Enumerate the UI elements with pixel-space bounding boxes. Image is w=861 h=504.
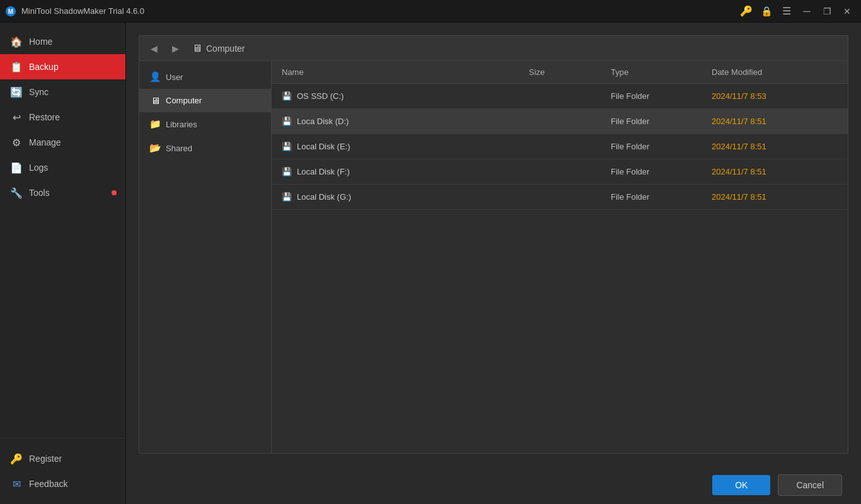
sidebar-label-backup: Backup [29,62,59,72]
row-date: 2024/11/7 8:53 [712,91,838,101]
sidebar-item-logs[interactable]: 📄 Logs [0,155,125,180]
sidebar-label-manage: Manage [29,137,61,147]
table-row[interactable]: 💾 Local Disk (G:) File Folder 2024/11/7 … [272,185,848,210]
row-date: 2024/11/7 8:51 [712,117,838,126]
drive-icon: 💾 [282,192,292,202]
sidebar-item-tools[interactable]: 🔧 Tools [0,180,125,205]
sidebar-item-register[interactable]: 🔑 Register [0,446,125,471]
backup-icon: 📋 [10,60,23,73]
nav-forward-button[interactable]: ▶ [167,40,183,57]
nav-back-button[interactable]: ◀ [146,40,162,57]
titlebar-icon-menu[interactable]: ☰ [778,3,795,20]
sidebar-item-sync[interactable]: 🔄 Sync [0,79,125,105]
table-row[interactable]: 💾 OS SSD (C:) File Folder 2024/11/7 8:53 [272,84,848,109]
app-body: 🏠 Home 📋 Backup 🔄 Sync ↩ Restore ⚙ Manag… [0,23,861,504]
row-name: Local Disk (G:) [297,192,351,202]
sync-icon: 🔄 [10,86,23,98]
col-size: Size [529,67,611,77]
sidebar-label-feedback: Feedback [29,479,67,489]
row-name: Loca Disk (D:) [297,117,349,126]
logs-icon: 📄 [10,161,23,174]
row-type: File Folder [611,192,712,202]
titlebar: M MiniTool ShadowMaker Trial 4.6.0 🔑 🔒 ☰… [0,0,861,23]
tree-label-shared: Shared [166,144,192,153]
cancel-button[interactable]: Cancel [778,474,842,496]
tree-label-computer: Computer [166,96,202,105]
tree-label-libraries: Libraries [166,120,197,129]
row-type: File Folder [611,142,712,151]
sidebar-item-restore[interactable]: ↩ Restore [0,105,125,130]
row-type: File Folder [611,117,712,126]
titlebar-minimize-btn[interactable]: ─ [798,3,816,20]
tree-panel: 👤 User 🖥 Computer 📁 Libraries 📂 Shared [139,61,272,453]
row-type: File Folder [611,91,712,101]
row-name: OS SSD (C:) [297,91,344,101]
tree-label-user: User [166,72,183,82]
table-row[interactable]: 💾 Local Disk (F:) File Folder 2024/11/7 … [272,159,848,185]
file-panel: ◀ ▶ 🖥 Computer 👤 User 🖥 Com [139,35,848,454]
drive-icon: 💾 [282,167,292,176]
table-row[interactable]: 💾 Loca Disk (D:) File Folder 2024/11/7 8… [272,109,848,134]
ok-button[interactable]: OK [712,475,770,495]
col-date: Date Modified [712,67,838,77]
panel-toolbar: ◀ ▶ 🖥 Computer [139,36,848,61]
breadcrumb-label: Computer [206,43,245,54]
file-list: Name Size Type Date Modified 💾 OS SSD (C… [272,61,848,453]
drive-icon: 💾 [282,117,292,126]
tree-item-libraries[interactable]: 📁 Libraries [139,112,271,136]
row-date: 2024/11/7 8:51 [712,192,838,202]
shared-icon: 📂 [149,142,161,154]
sidebar-label-restore: Restore [29,112,60,122]
sidebar-label-home: Home [29,37,52,47]
app-title: MiniTool ShadowMaker Trial 4.6.0 [21,6,144,16]
sidebar-item-backup[interactable]: 📋 Backup [0,54,125,79]
sidebar-label-logs: Logs [29,163,48,173]
name-cell: 💾 Loca Disk (D:) [282,117,529,126]
row-date: 2024/11/7 8:51 [712,167,838,176]
feedback-icon: ✉ [10,478,23,490]
computer-icon: 🖥 [192,43,202,54]
sidebar-item-feedback[interactable]: ✉ Feedback [0,471,125,496]
sidebar-item-manage[interactable]: ⚙ Manage [0,130,125,155]
table-row[interactable]: 💾 Local Disk (E:) File Folder 2024/11/7 … [272,134,848,159]
col-name: Name [282,67,529,77]
titlebar-icon-lock[interactable]: 🔒 [758,3,775,20]
manage-icon: ⚙ [10,136,23,149]
row-name: Local Disk (F:) [297,167,350,176]
row-type: File Folder [611,167,712,176]
row-date: 2024/11/7 8:51 [712,142,838,151]
tools-badge [112,190,117,195]
drive-icon: 💾 [282,142,292,151]
tree-item-user[interactable]: 👤 User [139,65,271,89]
svg-text:M: M [8,8,13,15]
titlebar-icon-orange[interactable]: 🔑 [737,3,755,20]
sidebar-label-sync: Sync [29,87,49,97]
sidebar-item-home[interactable]: 🏠 Home [0,29,125,54]
libraries-icon: 📁 [149,118,161,130]
app-logo: M [5,6,16,17]
sidebar-label-tools: Tools [29,188,50,198]
name-cell: 💾 OS SSD (C:) [282,91,529,101]
titlebar-restore-btn[interactable]: ❐ [818,3,836,20]
titlebar-controls: 🔑 🔒 ☰ ─ ❐ ✕ [737,3,856,20]
tree-item-computer[interactable]: 🖥 Computer [139,89,271,112]
user-icon: 👤 [149,71,161,83]
col-type: Type [611,67,712,77]
restore-icon: ↩ [10,111,23,123]
name-cell: 💾 Local Disk (E:) [282,142,529,151]
home-icon: 🏠 [10,35,23,48]
sidebar: 🏠 Home 📋 Backup 🔄 Sync ↩ Restore ⚙ Manag… [0,23,126,504]
drive-icon: 💾 [282,91,292,101]
name-cell: 💾 Local Disk (F:) [282,167,529,176]
tree-item-shared[interactable]: 📂 Shared [139,136,271,160]
content-area: ◀ ▶ 🖥 Computer 👤 User 🖥 Com [126,23,861,504]
tools-icon: 🔧 [10,186,23,199]
name-cell: 💾 Local Disk (G:) [282,192,529,202]
bottom-bar: OK Cancel [126,466,861,504]
titlebar-close-btn[interactable]: ✕ [838,3,856,20]
row-name: Local Disk (E:) [297,142,350,151]
sidebar-label-register: Register [29,454,62,464]
computer-tree-icon: 🖥 [149,95,161,106]
table-header: Name Size Type Date Modified [272,61,848,84]
sidebar-bottom: 🔑 Register ✉ Feedback [0,438,125,504]
